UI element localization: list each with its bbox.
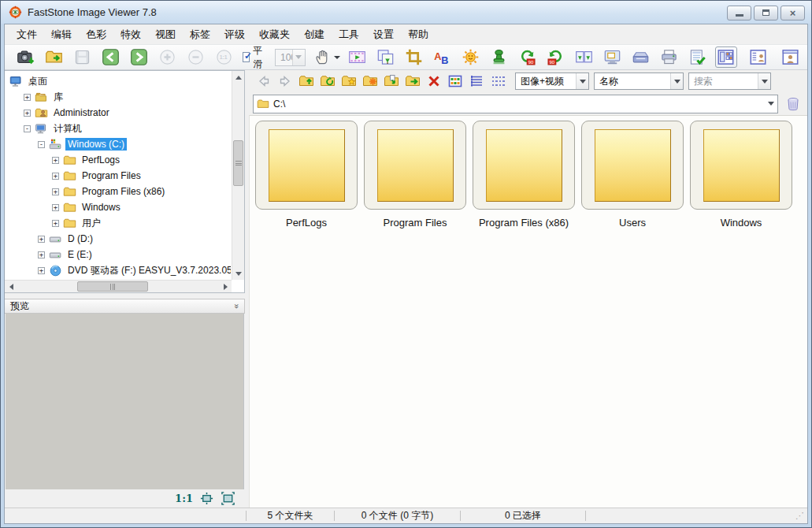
tree-item-1[interactable]: +库 [5, 89, 231, 105]
folder-card-4[interactable]: Windows [690, 121, 792, 229]
address-combo-arrow[interactable] [765, 95, 777, 113]
folder-thumbnail-frame[interactable] [364, 121, 466, 210]
smooth-checkbox[interactable] [243, 52, 250, 62]
tree-item-label[interactable]: 桌面 [26, 74, 50, 89]
tree-item-8[interactable]: +Windows [5, 199, 231, 215]
expand-icon[interactable]: + [38, 251, 45, 258]
preview-fit-icon[interactable] [199, 491, 214, 506]
copy-to-folder-button[interactable] [381, 72, 401, 91]
tree-item-label[interactable]: 库 [51, 90, 65, 105]
menu-item-8[interactable]: 创建 [297, 25, 332, 44]
menu-item-11[interactable]: 帮助 [401, 25, 436, 44]
open-folder-button[interactable] [43, 46, 65, 68]
scroll-down-icon[interactable] [232, 267, 245, 280]
tree-item-label[interactable]: E (E:) [65, 248, 95, 261]
sort-combo[interactable]: 名称 [594, 73, 684, 90]
recycle-bin-button[interactable] [784, 95, 803, 113]
slideshow-button[interactable] [347, 46, 369, 68]
resize-button[interactable] [375, 46, 397, 68]
tree-hscroll-thumb[interactable] [77, 281, 148, 292]
tree-item-label[interactable]: Program Files (x86) [80, 185, 167, 198]
menu-item-5[interactable]: 标签 [183, 25, 217, 44]
tree-vertical-scrollbar[interactable] [232, 71, 244, 280]
crop-button[interactable] [403, 46, 425, 68]
menu-item-3[interactable]: 特效 [113, 25, 148, 44]
tree-item-9[interactable]: +用户 [5, 215, 231, 231]
delete-button[interactable] [424, 72, 443, 91]
hand-tool-button[interactable] [313, 48, 340, 66]
tree-item-label[interactable]: Windows (C:) [65, 138, 127, 151]
collapse-icon[interactable]: - [24, 125, 31, 132]
batch-convert-button[interactable] [687, 46, 709, 68]
tree-item-0[interactable]: 桌面 [5, 73, 231, 89]
acquire-camera-button[interactable] [14, 46, 36, 68]
clone-stamp-button[interactable] [488, 46, 510, 68]
tree-vscroll-thumb[interactable] [233, 140, 243, 186]
resize-grip[interactable]: ⋰ [795, 511, 804, 520]
filter-combo-arrow[interactable] [576, 73, 588, 89]
scroll-right-icon[interactable] [219, 281, 232, 293]
tree-item-label[interactable]: 用户 [80, 216, 103, 231]
tree-item-6[interactable]: +Program Files [5, 168, 231, 184]
tree-item-label[interactable]: Windows [80, 201, 123, 214]
favorites-button[interactable] [339, 72, 358, 91]
scroll-left-icon[interactable] [5, 281, 17, 293]
expand-icon[interactable]: + [52, 204, 59, 211]
folder-thumbnail-frame[interactable] [473, 121, 575, 210]
tree-item-label[interactable]: DVD 驱动器 (F:) EASYU_V3.7.2023.0506 [65, 263, 231, 278]
preview-maximize-icon[interactable] [221, 491, 235, 506]
minimize-button[interactable] [727, 6, 751, 20]
detail-view-button[interactable] [466, 72, 486, 91]
tree-item-label[interactable]: Administrator [51, 106, 112, 119]
search-input[interactable]: 搜索 [688, 73, 771, 90]
expand-icon[interactable]: + [38, 267, 45, 274]
move-to-folder-button[interactable] [402, 72, 422, 91]
address-combo[interactable]: C:\ [253, 95, 778, 113]
expand-icon[interactable]: + [38, 236, 45, 243]
rotate-right-button[interactable]: 90 [545, 46, 567, 68]
expand-icon[interactable]: + [52, 157, 59, 164]
folder-card-3[interactable]: Users [581, 121, 684, 229]
expand-icon[interactable]: + [52, 173, 59, 180]
brightness-button[interactable] [460, 46, 482, 68]
tree-preview-splitter[interactable] [5, 293, 245, 299]
file-filter-combo[interactable]: 图像+视频 [515, 73, 589, 90]
window-view-button[interactable] [780, 46, 802, 68]
search-combo-arrow[interactable] [758, 73, 770, 89]
tree-item-10[interactable]: +D (D:) [5, 231, 231, 247]
folder-thumbnail-frame[interactable] [581, 121, 684, 210]
tree-item-4[interactable]: -Windows (C:) [5, 136, 231, 152]
folder-thumbnail-frame[interactable] [690, 121, 792, 210]
tree-horizontal-scrollbar[interactable] [5, 280, 232, 292]
tree-item-5[interactable]: +PerfLogs [5, 152, 231, 168]
collapse-chevron-icon[interactable]: » [232, 303, 240, 308]
tree-item-label[interactable]: 计算机 [51, 121, 84, 136]
expand-icon[interactable]: + [52, 220, 59, 227]
viewer-layout-button[interactable] [747, 46, 769, 68]
new-folder-button[interactable] [360, 72, 380, 91]
next-image-button[interactable] [128, 46, 150, 68]
sort-combo-arrow[interactable] [670, 73, 683, 89]
browser-view-button[interactable] [715, 46, 737, 68]
scroll-up-icon[interactable] [232, 71, 245, 84]
tree-item-12[interactable]: +DVD 驱动器 (F:) EASYU_V3.7.2023.0506 [5, 262, 231, 278]
expand-icon[interactable]: + [24, 94, 31, 101]
capture-button[interactable] [602, 46, 624, 68]
folder-card-1[interactable]: Program Files [364, 121, 466, 229]
collapse-icon[interactable]: - [38, 141, 45, 148]
preview-zoom-label[interactable]: 1:1 [175, 493, 193, 504]
folder-card-0[interactable]: PerfLogs [255, 121, 358, 229]
tree-item-label[interactable]: Program Files [80, 169, 143, 182]
menu-item-7[interactable]: 收藏夹 [252, 25, 297, 44]
folder-thumbnail-frame[interactable] [255, 121, 358, 210]
menu-item-9[interactable]: 工具 [332, 25, 366, 44]
scan-button[interactable] [630, 46, 652, 68]
tree-item-3[interactable]: -计算机 [5, 121, 231, 136]
menu-item-0[interactable]: 文件 [9, 25, 44, 44]
compare-button[interactable] [573, 46, 595, 68]
menu-item-1[interactable]: 编辑 [44, 25, 79, 44]
adjust-colors-button[interactable]: AB [432, 46, 454, 68]
hand-dropdown-icon[interactable] [334, 56, 340, 59]
refresh-button[interactable] [317, 72, 337, 91]
close-button[interactable]: × [780, 6, 805, 20]
